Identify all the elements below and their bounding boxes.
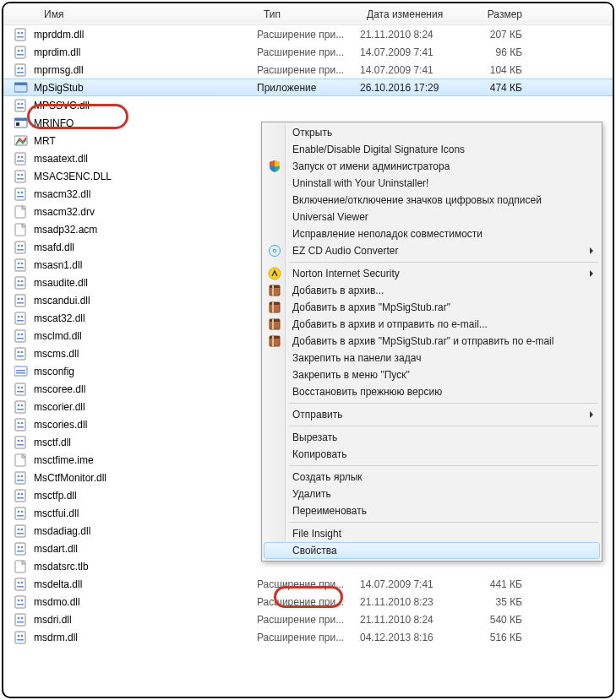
file-date: 14.07.2009 7:41 <box>360 46 465 58</box>
file-type: Расширение при... <box>257 632 360 643</box>
menu-item[interactable]: Создать ярлык <box>264 469 600 486</box>
menu-item[interactable]: Включение/отключение значков цифровых по… <box>264 192 600 209</box>
file-icon <box>14 524 29 538</box>
column-size[interactable]: Размер <box>465 8 541 20</box>
menu-item-label: Отправить <box>292 409 343 421</box>
context-menu[interactable]: ОткрытьEnable/Disable Digital Signature … <box>261 122 602 562</box>
menu-item[interactable]: Удалить <box>264 486 600 502</box>
file-name: msacm32.drv <box>34 206 257 218</box>
file-name: MpSigStub <box>34 82 257 94</box>
file-type: Расширение при... <box>257 29 360 41</box>
column-name[interactable]: Имя <box>3 8 257 20</box>
column-date[interactable]: Дата изменения <box>360 8 465 20</box>
file-icon <box>14 595 29 609</box>
file-date: 21.11.2010 8:24 <box>360 614 465 626</box>
file-name: MPSSVC.dll <box>34 100 257 111</box>
file-name: mprddm.dll <box>34 29 257 41</box>
menu-item[interactable]: Uninstall with Your Uninstaller! <box>264 175 600 192</box>
file-name: msctfui.dll <box>34 507 257 519</box>
file-row[interactable]: msdelta.dllРасширение при...14.07.2009 7… <box>3 575 613 593</box>
file-name: msclmd.dll <box>34 330 257 342</box>
menu-item[interactable]: Enable/Disable Digital Signature Icons <box>264 141 600 158</box>
menu-item[interactable]: Копировать <box>264 446 600 463</box>
file-icon <box>14 471 29 485</box>
menu-item[interactable]: Добавить в архив "MpSigStub.rar" и отпра… <box>264 333 600 350</box>
menu-item[interactable]: Universal Viewer <box>264 209 600 225</box>
column-type[interactable]: Тип <box>257 8 360 20</box>
menu-item[interactable]: Отправить <box>264 406 600 423</box>
file-row[interactable]: msdri.dllРасширение при...21.11.2010 8:2… <box>3 610 613 628</box>
file-icon <box>14 436 29 449</box>
file-icon <box>14 613 29 627</box>
file-name: msctf.dll <box>34 437 257 448</box>
file-name: mscms.dll <box>34 348 257 360</box>
menu-item-label: File Insight <box>292 528 341 540</box>
menu-item[interactable]: EZ CD Audio Converter <box>264 242 600 259</box>
file-name: msasn1.dll <box>34 259 257 271</box>
file-icon <box>14 329 29 343</box>
file-name: msdart.dll <box>34 543 257 555</box>
menu-item[interactable]: Добавить в архив и отправить по e-mail..… <box>264 316 600 333</box>
menu-item[interactable]: Свойства <box>264 542 600 559</box>
menu-item-label: Вырезать <box>292 431 337 443</box>
file-row[interactable]: mprddm.dllРасширение при...21.11.2010 8:… <box>3 25 613 43</box>
file-name: msdelta.dll <box>34 578 257 590</box>
file-icon <box>14 507 29 520</box>
file-name: MRT <box>34 135 257 147</box>
file-type: Приложение <box>257 82 360 94</box>
columns-header: Имя Тип Дата изменения Размер <box>3 3 613 25</box>
file-icon <box>14 117 29 130</box>
menu-item-label: Enable/Disable Digital Signature Icons <box>292 144 465 155</box>
menu-item[interactable]: Запуск от имени администратора <box>264 158 600 175</box>
menu-item[interactable]: Переименовать <box>264 502 600 519</box>
menu-item[interactable]: Закрепить на панели задач <box>264 350 600 366</box>
file-icon <box>14 134 29 148</box>
file-date: 04.12.2013 8:16 <box>360 632 465 643</box>
file-icon <box>14 241 29 254</box>
file-name: msacm32.dll <box>34 188 257 200</box>
menu-item-label: Norton Internet Security <box>292 268 400 279</box>
file-row[interactable]: MpSigStubПриложение26.10.2016 17:29474 К… <box>3 79 613 96</box>
file-name: msdri.dll <box>34 614 257 626</box>
menu-separator <box>289 522 598 523</box>
file-date: 21.11.2010 8:23 <box>360 596 465 608</box>
menu-item[interactable]: Закрепить в меню "Пуск" <box>264 366 600 383</box>
menu-item[interactable]: Восстановить прежнюю версию <box>264 383 600 400</box>
menu-item-label: Удалить <box>292 488 331 500</box>
file-icon <box>14 400 29 414</box>
file-row[interactable]: MPSSVC.dll <box>3 96 613 114</box>
file-icon <box>14 99 29 112</box>
menu-item[interactable]: Добавить в архив "MpSigStub.rar" <box>264 299 600 316</box>
file-name: mscandui.dll <box>34 295 257 307</box>
file-name: msctfp.dll <box>34 490 257 502</box>
file-row[interactable]: mprdim.dllРасширение при...14.07.2009 7:… <box>3 43 613 61</box>
menu-item-label: Восстановить прежнюю версию <box>292 386 442 398</box>
file-name: mscorier.dll <box>34 401 257 413</box>
menu-item-label: Закрепить на панели задач <box>292 352 421 364</box>
menu-item[interactable]: Вырезать <box>264 429 600 446</box>
menu-item-label: Добавить в архив и отправить по e-mail..… <box>292 318 488 330</box>
menu-item[interactable]: Добавить в архив... <box>264 282 600 299</box>
menu-item-label: Копировать <box>292 448 347 460</box>
file-type: Расширение при... <box>257 596 360 608</box>
menu-item-label: EZ CD Audio Converter <box>292 245 398 257</box>
file-row[interactable]: msdmo.dllРасширение при...21.11.2010 8:2… <box>3 593 613 610</box>
menu-item-label: Создать ярлык <box>292 471 363 483</box>
file-row[interactable]: msdrm.dllРасширение при...04.12.2013 8:1… <box>3 628 613 646</box>
file-icon <box>14 365 29 378</box>
menu-item[interactable]: File Insight <box>264 525 600 542</box>
file-icon <box>14 560 29 573</box>
menu-item[interactable]: Открыть <box>264 124 600 141</box>
file-date: 14.07.2009 7:41 <box>360 64 465 76</box>
menu-separator <box>289 262 598 263</box>
file-size: 35 КБ <box>465 596 541 608</box>
file-icon <box>14 187 29 201</box>
file-row[interactable]: mprmsg.dllРасширение при...14.07.2009 7:… <box>3 61 613 79</box>
menu-item[interactable]: Norton Internet Security <box>264 265 600 282</box>
file-size: 474 КБ <box>465 82 541 94</box>
file-name: msdmo.dll <box>34 596 257 608</box>
file-icon <box>14 152 29 166</box>
menu-item[interactable]: Исправление неполадок совместимости <box>264 225 600 242</box>
menu-item-label: Закрепить в меню "Пуск" <box>292 369 410 381</box>
file-icon <box>14 489 29 502</box>
